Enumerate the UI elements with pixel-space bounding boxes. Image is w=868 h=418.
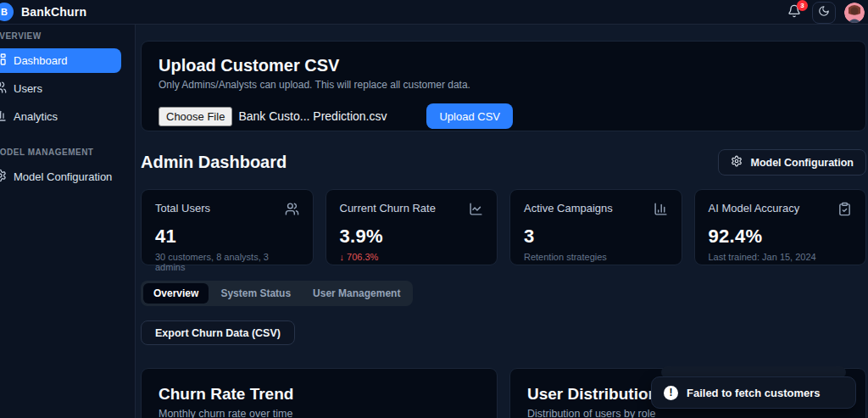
stat-caption: Retention strategies <box>524 252 668 262</box>
settings-icon <box>0 169 7 185</box>
brand-logo-icon: B <box>0 3 14 21</box>
tab-user-management[interactable]: User Management <box>303 283 410 304</box>
gear-icon <box>731 155 743 170</box>
main-content: Upload Customer CSV Only Admins/Analysts… <box>136 25 868 418</box>
stat-caption: Last trained: Jan 15, 2024 <box>709 252 853 262</box>
sidebar-section-overview: OVERVIEW <box>0 31 135 41</box>
model-configuration-button[interactable]: Model Configuration <box>718 149 866 176</box>
stats-grid: Total Users 41 30 customers, 8 analysts,… <box>141 189 866 265</box>
dashboard-tabs: Overview System Status User Management <box>141 281 413 306</box>
notification-badge: 3 <box>797 0 808 11</box>
app-screen: B BankChurn 3 <box>0 0 868 418</box>
users-icon <box>0 81 7 97</box>
stat-label: Active Campaigns <box>524 202 613 215</box>
toast-message: Failed to fetch customers <box>687 387 820 399</box>
page-title: Admin Dashboard <box>141 153 287 172</box>
brand-name: BankChurn <box>21 5 86 19</box>
churn-rate-trend-panel: Churn Rate Trend Monthly churn rate over… <box>141 368 498 418</box>
sidebar-item-label: Users <box>14 82 42 95</box>
model-configuration-button-label: Model Configuration <box>750 157 854 169</box>
upload-card-title: Upload Customer CSV <box>159 56 849 75</box>
dashboard-icon <box>0 53 7 69</box>
clipboard-check-icon <box>837 202 852 220</box>
stat-card-churn-rate: Current Churn Rate 3.9% ↓ 706.3% <box>326 189 498 265</box>
analytics-icon <box>0 109 7 125</box>
stat-value: 3.9% <box>340 226 484 248</box>
stat-value: 41 <box>155 226 299 248</box>
stat-value: 3 <box>524 226 668 248</box>
sidebar-item-label: Analytics <box>14 110 58 123</box>
alert-circle-icon: ! <box>664 386 678 400</box>
sidebar-item-analytics[interactable]: Analytics <box>0 104 121 129</box>
page-heading-row: Admin Dashboard Model Configuration <box>141 149 866 176</box>
line-chart-icon <box>469 202 483 220</box>
upload-csv-button[interactable]: Upload CSV <box>426 103 513 129</box>
sidebar-item-label: Model Configuration <box>14 170 112 183</box>
user-avatar[interactable] <box>844 3 865 23</box>
stat-value: 92.4% <box>709 226 853 248</box>
stat-caption-trend-down: ↓ 706.3% <box>340 252 484 262</box>
header-actions: 3 <box>785 0 865 25</box>
notifications-button[interactable]: 3 <box>785 3 804 22</box>
stat-label: Total Users <box>155 202 210 215</box>
sidebar-item-users[interactable]: Users <box>0 76 121 101</box>
upload-csv-card: Upload Customer CSV Only Admins/Analysts… <box>141 41 866 131</box>
users-icon <box>285 202 299 220</box>
sidebar-item-model-configuration[interactable]: Model Configuration <box>0 164 121 189</box>
theme-toggle-button[interactable] <box>812 2 836 24</box>
upload-controls: Choose File Bank Custo... Prediction.csv… <box>159 103 849 129</box>
stat-card-model-accuracy: AI Model Accuracy 92.4% Last trained: Ja… <box>694 189 867 265</box>
stat-card-total-users: Total Users 41 30 customers, 8 analysts,… <box>141 189 314 265</box>
panel-subtitle: Distribution of users by role <box>527 408 849 418</box>
export-row: Export Churn Data (CSV) <box>141 320 866 345</box>
moon-icon <box>818 5 830 20</box>
tab-overview[interactable]: Overview <box>143 283 209 304</box>
error-toast[interactable]: ! Failed to fetch customers <box>651 376 856 409</box>
selected-file-name: Bank Custo... Prediction.csv <box>238 109 387 123</box>
panel-title: Churn Rate Trend <box>159 385 480 404</box>
sidebar: OVERVIEW Dashboard Users <box>0 25 136 418</box>
choose-file-button[interactable]: Choose File <box>159 107 232 126</box>
stat-caption: 30 customers, 8 analysts, 3 admins <box>155 252 299 272</box>
sidebar-section-model-management: MODEL MANAGEMENT <box>0 148 135 157</box>
stat-label: Current Churn Rate <box>340 202 436 215</box>
panel-subtitle: Monthly churn rate over time <box>159 408 480 418</box>
top-header: B BankChurn 3 <box>0 0 868 25</box>
sidebar-item-dashboard[interactable]: Dashboard <box>0 48 121 73</box>
tab-system-status[interactable]: System Status <box>210 283 301 304</box>
upload-card-subtitle: Only Admins/Analysts can upload. This wi… <box>159 79 849 91</box>
bar-chart-icon <box>654 202 668 220</box>
sidebar-item-label: Dashboard <box>14 54 68 67</box>
stat-label: AI Model Accuracy <box>709 202 800 215</box>
export-churn-data-button[interactable]: Export Churn Data (CSV) <box>141 320 295 345</box>
stat-card-active-campaigns: Active Campaigns 3 Retention strategies <box>509 189 682 265</box>
